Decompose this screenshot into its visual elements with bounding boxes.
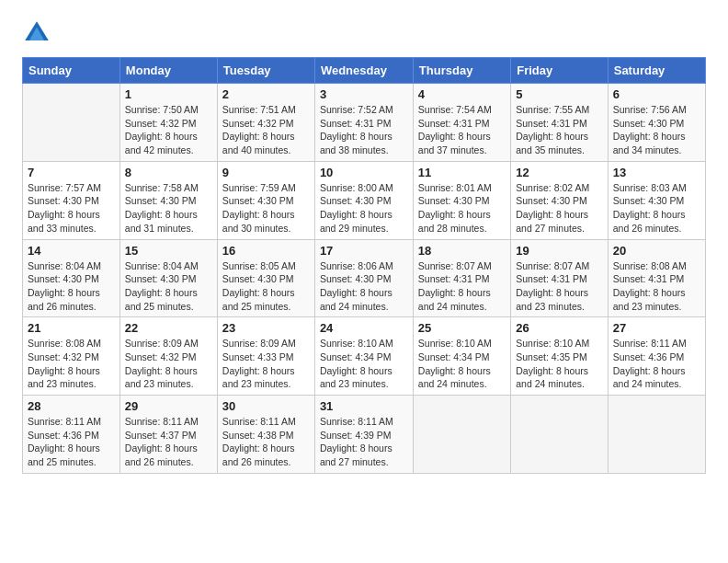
- day-info: Sunrise: 8:11 AMSunset: 4:36 PMDaylight:…: [613, 337, 700, 391]
- day-number: 15: [125, 244, 212, 258]
- day-number: 25: [418, 321, 506, 335]
- calendar-cell: [23, 84, 120, 162]
- day-info: Sunrise: 7:52 AMSunset: 4:31 PMDaylight:…: [320, 103, 408, 157]
- day-info: Sunrise: 8:06 AMSunset: 4:30 PMDaylight:…: [320, 259, 408, 314]
- day-info: Sunrise: 7:57 AMSunset: 4:30 PMDaylight:…: [28, 181, 115, 236]
- calendar-cell: [413, 396, 510, 474]
- day-info: Sunrise: 7:59 AMSunset: 4:30 PMDaylight:…: [222, 181, 310, 236]
- calendar-cell: 24Sunrise: 8:10 AMSunset: 4:34 PMDayligh…: [314, 317, 413, 396]
- calendar-cell: 18Sunrise: 8:07 AMSunset: 4:31 PMDayligh…: [413, 239, 510, 317]
- calendar-cell: [608, 396, 705, 474]
- day-number: 6: [613, 87, 700, 101]
- day-number: 11: [418, 166, 506, 179]
- day-info: Sunrise: 8:11 AMSunset: 4:39 PMDaylight:…: [320, 415, 408, 469]
- calendar-cell: 4Sunrise: 7:54 AMSunset: 4:31 PMDaylight…: [413, 84, 510, 162]
- calendar-cell: 13Sunrise: 8:03 AMSunset: 4:30 PMDayligh…: [608, 161, 705, 239]
- day-info: Sunrise: 8:10 AMSunset: 4:34 PMDaylight:…: [320, 337, 408, 391]
- day-info: Sunrise: 8:08 AMSunset: 4:31 PMDaylight:…: [613, 259, 700, 314]
- day-info: Sunrise: 7:55 AMSunset: 4:31 PMDaylight:…: [516, 103, 603, 157]
- day-info: Sunrise: 8:02 AMSunset: 4:30 PMDaylight:…: [516, 181, 603, 236]
- calendar-cell: 29Sunrise: 8:11 AMSunset: 4:37 PMDayligh…: [119, 396, 217, 474]
- calendar-week-5: 28Sunrise: 8:11 AMSunset: 4:36 PMDayligh…: [23, 396, 706, 474]
- day-number: 30: [222, 399, 310, 413]
- calendar-cell: 23Sunrise: 8:09 AMSunset: 4:33 PMDayligh…: [217, 317, 314, 396]
- calendar-cell: 11Sunrise: 8:01 AMSunset: 4:30 PMDayligh…: [413, 161, 510, 239]
- day-info: Sunrise: 8:07 AMSunset: 4:31 PMDaylight:…: [516, 259, 603, 314]
- calendar-cell: 28Sunrise: 8:11 AMSunset: 4:36 PMDayligh…: [23, 396, 120, 474]
- day-number: 10: [320, 166, 408, 179]
- day-number: 4: [418, 87, 506, 101]
- day-info: Sunrise: 8:08 AMSunset: 4:32 PMDaylight:…: [28, 337, 115, 391]
- day-number: 14: [28, 244, 115, 258]
- calendar-week-2: 7Sunrise: 7:57 AMSunset: 4:30 PMDaylight…: [23, 161, 706, 239]
- day-number: 16: [222, 244, 310, 258]
- day-number: 24: [320, 321, 408, 335]
- calendar-cell: 5Sunrise: 7:55 AMSunset: 4:31 PMDaylight…: [511, 84, 609, 162]
- day-number: 23: [222, 321, 310, 335]
- calendar-header-row: SundayMondayTuesdayWednesdayThursdayFrid…: [23, 58, 706, 84]
- day-number: 5: [516, 87, 603, 101]
- day-info: Sunrise: 8:11 AMSunset: 4:37 PMDaylight:…: [125, 415, 212, 469]
- calendar-cell: 26Sunrise: 8:10 AMSunset: 4:35 PMDayligh…: [511, 317, 609, 396]
- calendar-cell: 20Sunrise: 8:08 AMSunset: 4:31 PMDayligh…: [608, 239, 705, 317]
- day-number: 27: [613, 321, 700, 335]
- calendar-cell: 7Sunrise: 7:57 AMSunset: 4:30 PMDaylight…: [23, 161, 120, 239]
- day-info: Sunrise: 7:54 AMSunset: 4:31 PMDaylight:…: [418, 103, 506, 157]
- day-info: Sunrise: 7:50 AMSunset: 4:32 PMDaylight:…: [125, 103, 212, 157]
- day-number: 17: [320, 244, 408, 258]
- calendar-cell: 19Sunrise: 8:07 AMSunset: 4:31 PMDayligh…: [511, 239, 609, 317]
- day-number: 29: [125, 399, 212, 413]
- day-info: Sunrise: 7:56 AMSunset: 4:30 PMDaylight:…: [613, 103, 700, 157]
- calendar-week-3: 14Sunrise: 8:04 AMSunset: 4:30 PMDayligh…: [23, 239, 706, 317]
- day-number: 9: [222, 166, 310, 179]
- day-info: Sunrise: 8:07 AMSunset: 4:31 PMDaylight:…: [418, 259, 506, 314]
- day-number: 28: [28, 399, 115, 413]
- calendar-cell: 17Sunrise: 8:06 AMSunset: 4:30 PMDayligh…: [314, 239, 413, 317]
- day-number: 21: [28, 321, 115, 335]
- day-info: Sunrise: 8:01 AMSunset: 4:30 PMDaylight:…: [418, 181, 506, 236]
- day-info: Sunrise: 8:04 AMSunset: 4:30 PMDaylight:…: [125, 259, 212, 314]
- calendar-cell: 12Sunrise: 8:02 AMSunset: 4:30 PMDayligh…: [511, 161, 609, 239]
- calendar-cell: 8Sunrise: 7:58 AMSunset: 4:30 PMDaylight…: [119, 161, 217, 239]
- day-number: 19: [516, 244, 603, 258]
- page-header: [22, 18, 706, 48]
- calendar-cell: 9Sunrise: 7:59 AMSunset: 4:30 PMDaylight…: [217, 161, 314, 239]
- calendar-cell: 27Sunrise: 8:11 AMSunset: 4:36 PMDayligh…: [608, 317, 705, 396]
- weekday-header-monday: Monday: [119, 58, 217, 84]
- day-number: 1: [125, 87, 212, 101]
- calendar-cell: 1Sunrise: 7:50 AMSunset: 4:32 PMDaylight…: [119, 84, 217, 162]
- logo: [22, 18, 55, 48]
- calendar-cell: 31Sunrise: 8:11 AMSunset: 4:39 PMDayligh…: [314, 396, 413, 474]
- day-info: Sunrise: 8:09 AMSunset: 4:32 PMDaylight:…: [125, 337, 212, 391]
- calendar-cell: 10Sunrise: 8:00 AMSunset: 4:30 PMDayligh…: [314, 161, 413, 239]
- calendar-cell: 16Sunrise: 8:05 AMSunset: 4:30 PMDayligh…: [217, 239, 314, 317]
- day-number: 26: [516, 321, 603, 335]
- calendar-cell: 30Sunrise: 8:11 AMSunset: 4:38 PMDayligh…: [217, 396, 314, 474]
- day-number: 18: [418, 244, 506, 258]
- calendar-cell: [511, 396, 609, 474]
- calendar-cell: 3Sunrise: 7:52 AMSunset: 4:31 PMDaylight…: [314, 84, 413, 162]
- calendar-cell: 15Sunrise: 8:04 AMSunset: 4:30 PMDayligh…: [119, 239, 217, 317]
- day-info: Sunrise: 8:11 AMSunset: 4:36 PMDaylight:…: [28, 415, 115, 469]
- calendar-cell: 14Sunrise: 8:04 AMSunset: 4:30 PMDayligh…: [23, 239, 120, 317]
- logo-icon: [22, 18, 51, 48]
- day-info: Sunrise: 7:58 AMSunset: 4:30 PMDaylight:…: [125, 181, 212, 236]
- calendar-week-1: 1Sunrise: 7:50 AMSunset: 4:32 PMDaylight…: [23, 84, 706, 162]
- day-info: Sunrise: 8:10 AMSunset: 4:34 PMDaylight:…: [418, 337, 506, 391]
- day-number: 2: [222, 87, 310, 101]
- calendar-cell: 22Sunrise: 8:09 AMSunset: 4:32 PMDayligh…: [119, 317, 217, 396]
- day-info: Sunrise: 8:05 AMSunset: 4:30 PMDaylight:…: [222, 259, 310, 314]
- calendar-cell: 25Sunrise: 8:10 AMSunset: 4:34 PMDayligh…: [413, 317, 510, 396]
- day-number: 31: [320, 399, 408, 413]
- day-info: Sunrise: 8:10 AMSunset: 4:35 PMDaylight:…: [516, 337, 603, 391]
- day-number: 13: [613, 166, 700, 179]
- day-number: 8: [125, 166, 212, 179]
- day-number: 20: [613, 244, 700, 258]
- day-info: Sunrise: 8:04 AMSunset: 4:30 PMDaylight:…: [28, 259, 115, 314]
- calendar-cell: 21Sunrise: 8:08 AMSunset: 4:32 PMDayligh…: [23, 317, 120, 396]
- day-number: 22: [125, 321, 212, 335]
- weekday-header-friday: Friday: [511, 58, 609, 84]
- day-number: 12: [516, 166, 603, 179]
- day-info: Sunrise: 8:09 AMSunset: 4:33 PMDaylight:…: [222, 337, 310, 391]
- calendar-cell: 2Sunrise: 7:51 AMSunset: 4:32 PMDaylight…: [217, 84, 314, 162]
